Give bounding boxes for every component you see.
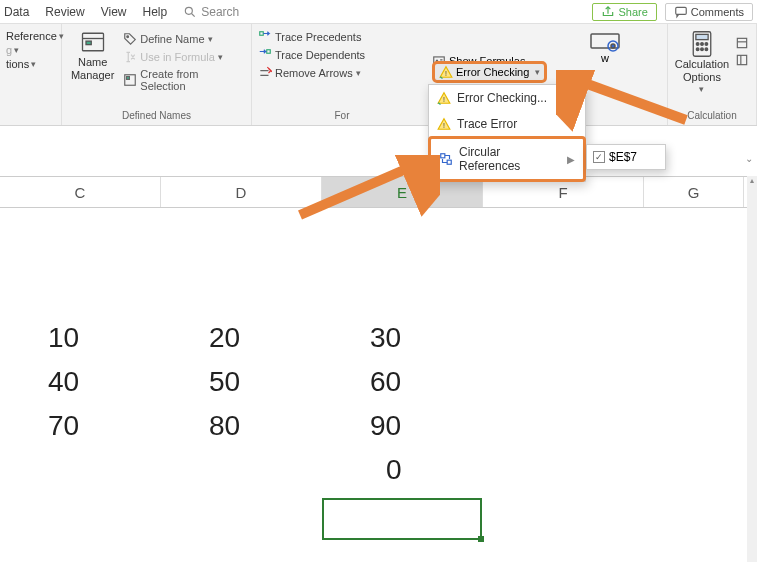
svg-rect-2 (676, 7, 687, 14)
svg-point-0 (186, 7, 193, 14)
calc-sheet-icon[interactable] (735, 53, 749, 67)
svg-point-21 (696, 48, 699, 51)
share-button[interactable]: Share (592, 3, 656, 21)
svg-text:!: ! (445, 70, 447, 77)
cell-c6[interactable]: 70 (38, 406, 89, 446)
ribbon-group-left-partial: Reference ▾ g ▾ tions ▾ (0, 24, 62, 125)
circular-references-submenu: ✓ $E$7 (586, 144, 666, 170)
svg-rect-17 (696, 34, 708, 39)
svg-point-18 (696, 43, 699, 46)
col-header-c[interactable]: C (0, 177, 161, 207)
svg-point-19 (701, 43, 704, 46)
svg-rect-8 (127, 77, 130, 80)
defined-names-label: Defined Names (68, 108, 245, 123)
svg-point-20 (705, 43, 708, 46)
tab-help[interactable]: Help (143, 5, 168, 19)
calculation-label: Calculation (674, 108, 750, 123)
error-checking-icon: ! (439, 65, 453, 79)
svg-rect-9 (260, 32, 264, 36)
use-in-formula-button: Use in Formula ▾ (123, 50, 245, 64)
menu-error-checking[interactable]: ! Error Checking... (429, 85, 585, 111)
comments-button[interactable]: Comments (665, 3, 753, 21)
svg-point-22 (701, 48, 704, 51)
svg-point-15 (611, 44, 615, 48)
cell-c5[interactable]: 40 (38, 362, 89, 402)
error-checking-menu-icon: ! (437, 91, 451, 105)
cell-d4[interactable]: 20 (199, 318, 250, 358)
svg-rect-5 (86, 41, 91, 45)
menu-trace-error[interactable]: ! Trace Error (429, 111, 585, 137)
cell-e7[interactable]: 0 (376, 450, 412, 490)
comment-icon (674, 5, 688, 19)
scroll-up-icon[interactable]: ▴ (747, 176, 757, 186)
svg-rect-24 (738, 38, 747, 47)
cell-e6[interactable]: 90 (360, 406, 411, 446)
tab-view[interactable]: View (101, 5, 127, 19)
svg-rect-10 (267, 50, 271, 54)
trace-precedents-icon (258, 30, 272, 44)
cell-d6[interactable]: 80 (199, 406, 250, 446)
svg-text:!: ! (443, 96, 445, 103)
left-item-2[interactable]: g ▾ (6, 44, 64, 56)
trace-error-icon: ! (437, 117, 451, 131)
calculation-options-button[interactable]: Calculation Options▾ (675, 30, 729, 94)
watch-window-button[interactable]: w (575, 26, 635, 64)
tab-data[interactable]: Data (4, 5, 29, 19)
col-header-d[interactable]: D (161, 177, 322, 207)
create-from-selection-button[interactable]: Create from Selection (123, 68, 245, 92)
svg-point-6 (127, 36, 129, 38)
error-checking-button[interactable]: ! Error Checking ▾ (432, 61, 547, 83)
menu-circular-references[interactable]: Circular References ▶ (428, 136, 586, 182)
calc-now-icon[interactable] (735, 36, 749, 50)
ribbon-group-defined-names: Name Manager Define Name ▾ Use in Formul… (62, 24, 252, 125)
remove-arrows-button[interactable]: Remove Arrows ▾ (258, 66, 365, 80)
error-checking-dropdown: ! Error Checking... ! Trace Error Circul… (428, 84, 586, 182)
fx-icon (123, 50, 137, 64)
define-name-button[interactable]: Define Name ▾ (123, 32, 245, 46)
trace-dependents-icon (258, 48, 272, 62)
tab-review[interactable]: Review (45, 5, 84, 19)
search-icon (183, 5, 197, 19)
svg-text:!: ! (443, 122, 445, 129)
cell-e5[interactable]: 60 (360, 362, 411, 402)
lookup-reference[interactable]: Reference ▾ (6, 30, 64, 42)
search-box[interactable]: Search (183, 5, 239, 19)
trace-dependents-button[interactable]: Trace Dependents (258, 48, 365, 62)
more-functions[interactable]: tions ▾ (6, 58, 64, 70)
selected-cell-border (322, 498, 482, 540)
remove-arrows-icon (258, 66, 272, 80)
ribbon: Reference ▾ g ▾ tions ▾ Name Manager Def… (0, 24, 757, 126)
trace-precedents-button[interactable]: Trace Precedents (258, 30, 365, 44)
svg-line-1 (192, 13, 195, 16)
vertical-scrollbar[interactable]: ▴ (747, 176, 757, 562)
tag-icon (123, 32, 137, 46)
svg-point-23 (705, 48, 708, 51)
submenu-cell-ref[interactable]: $E$7 (609, 150, 637, 164)
name-manager-icon (79, 28, 107, 56)
search-placeholder: Search (201, 5, 239, 19)
column-headers: C D E F G (0, 176, 757, 208)
svg-rect-31 (441, 154, 445, 158)
formula-auditing-label: For (258, 108, 426, 123)
selection-icon (123, 73, 137, 87)
calculator-icon (688, 30, 716, 58)
circular-references-icon (439, 152, 453, 166)
ribbon-group-calculation: Calculation Options▾ Calculation (667, 24, 757, 125)
formula-bar-expand-icon[interactable]: ⌄ (745, 153, 753, 164)
cell-d5[interactable]: 50 (199, 362, 250, 402)
svg-rect-26 (738, 55, 747, 64)
name-manager-button[interactable]: Name Manager (68, 28, 117, 82)
chevron-right-icon: ▶ (567, 154, 575, 165)
watch-window-icon (589, 32, 621, 52)
share-icon (601, 5, 615, 19)
check-icon: ✓ (593, 151, 605, 163)
worksheet-grid[interactable]: 10 20 30 40 50 60 70 80 90 0 (0, 208, 747, 562)
cell-c4[interactable]: 10 (38, 318, 89, 358)
ribbon-group-formula-auditing: Trace Precedents Trace Dependents Remove… (252, 24, 432, 125)
fill-handle[interactable] (478, 536, 484, 542)
col-header-g[interactable]: G (644, 177, 744, 207)
svg-rect-32 (447, 160, 451, 164)
cell-e4[interactable]: 30 (360, 318, 411, 358)
top-tab-bar: Data Review View Help Search Share Comme… (0, 0, 757, 24)
